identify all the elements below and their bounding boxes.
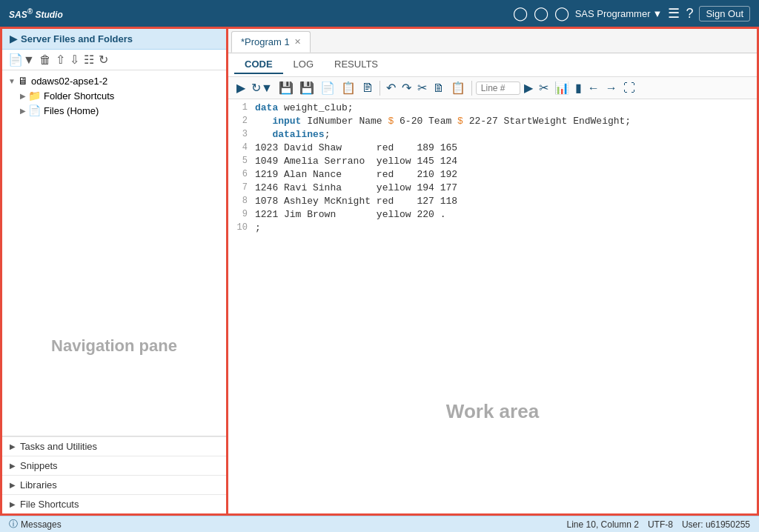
line-content-6: 1219 Alan Nance red 210 192 (255, 169, 457, 180)
download-button[interactable]: ⇩ (70, 53, 79, 67)
undo-icon[interactable]: ↶ (384, 79, 398, 96)
expand-arrow-icon: ▶ (10, 500, 16, 508)
refresh-button[interactable]: ↻ (99, 53, 108, 67)
scissor2-icon[interactable]: ✂ (537, 79, 551, 96)
code-line-5: 5 1049 Amelia Serrano yellow 145 124 (228, 156, 757, 169)
tasks-utilities-label: Tasks and Utilities (20, 441, 97, 452)
file-shortcuts-label: File Shortcuts (20, 499, 79, 510)
code-tabs-bar: CODE LOG RESULTS (228, 53, 757, 77)
folder-shortcuts-label: Folder Shortcuts (44, 90, 114, 102)
snippets-label: Snippets (20, 460, 58, 471)
line-content-8: 1078 Ashley McKnight red 127 118 (255, 196, 457, 207)
tab-bar: *Program 1 ✕ (228, 29, 757, 53)
code-line-6: 6 1219 Alan Nance red 210 192 (228, 169, 757, 182)
file-shortcuts-item[interactable]: ▶ File Shortcuts (2, 494, 226, 513)
line-number-input[interactable] (476, 82, 520, 95)
folder-shortcuts-node[interactable]: ▶ 📁 Folder Shortcuts (2, 88, 226, 103)
new-file-button[interactable]: 📄▼ (8, 53, 35, 67)
libraries-item[interactable]: ▶ Libraries (2, 475, 226, 494)
tab-results[interactable]: RESULTS (324, 56, 388, 74)
copy2-icon[interactable]: 🗎 (431, 80, 447, 96)
line-content-4: 1023 David Shaw red 189 165 (255, 142, 457, 153)
copy-icon[interactable]: 🖹 (359, 80, 376, 96)
left-bottom-section: ▶ Tasks and Utilities ▶ Snippets ▶ Libra… (2, 436, 226, 513)
left-panel-title: Server Files and Folders (21, 33, 133, 44)
user-icon[interactable]: ◯ (534, 5, 548, 21)
nav-watermark: Navigation pane (2, 256, 226, 436)
stop-icon[interactable]: ▮ (573, 79, 584, 96)
app-name-sas: SAS® Studio (9, 10, 63, 20)
delete-button[interactable]: 🗑 (39, 53, 51, 67)
line-num-2: 2 (228, 116, 255, 126)
server-icon: 🖥 (18, 75, 28, 87)
toolbar-sep (380, 81, 380, 96)
line-num-6: 6 (228, 169, 255, 179)
main-layout: ▶ Server Files and Folders 📄▼ 🗑 ⇧ ⇩ ☷ ↻ … (0, 27, 759, 516)
line-content-1: data weight_club; (255, 102, 354, 113)
paste-icon[interactable]: 📋 (448, 79, 468, 96)
program1-tab[interactable]: *Program 1 ✕ (231, 31, 311, 53)
expand-icon[interactable]: ⛶ (621, 80, 637, 96)
menu-icon[interactable]: ☰ (668, 5, 680, 21)
line-num-7: 7 (228, 182, 255, 193)
app-title: SAS® Studio (9, 7, 63, 20)
code-line-2: 2 input IdNumber Name $ 6-20 Team $ 22-2… (228, 116, 757, 129)
profile-arrow-icon: ▼ (653, 8, 663, 19)
question-icon[interactable]: ? (686, 6, 693, 21)
save-icon[interactable]: 💾 (276, 79, 296, 96)
left-panel: ▶ Server Files and Folders 📄▼ 🗑 ⇧ ⇩ ☷ ↻ … (0, 29, 228, 513)
code-line-9: 9 1221 Jim Brown yellow 220 . (228, 209, 757, 222)
encoding-label: UTF-8 (648, 519, 673, 530)
topbar-right: ◯ ◯ ◯ SAS Programmer ▼ ☰ ? Sign Out (513, 5, 750, 21)
globe-icon[interactable]: ◯ (554, 5, 569, 21)
line-content-10: ; (255, 222, 261, 233)
profile-label: SAS Programmer (575, 8, 651, 19)
redo-icon[interactable]: ↷ (400, 79, 414, 96)
tab-code[interactable]: CODE (234, 56, 283, 74)
tab-close-icon[interactable]: ✕ (294, 37, 301, 47)
code-line-7: 7 1246 Ravi Sinha yellow 194 177 (228, 182, 757, 196)
server-files-icon: ▶ (10, 33, 17, 44)
tab-log[interactable]: LOG (283, 56, 324, 74)
info-icon: ⓘ (9, 518, 18, 531)
arrow-left-icon[interactable]: ← (586, 80, 602, 96)
scissors-icon[interactable]: ✂ (415, 79, 429, 96)
chart-icon[interactable]: 📊 (552, 79, 571, 96)
code-toolbar: ▶ ↻▼ 💾 💾 📄 📋 🖹 ↶ ↷ ✂ 🗎 📋 ▶ ✂ 📊 ▮ ← → ⛶ (228, 77, 757, 99)
work-watermark: Work area (228, 310, 757, 514)
expand-arrow-icon: ▶ (10, 442, 16, 450)
folder-icon: 📁 (28, 90, 41, 102)
line-content-2: input IdNumber Name $ 6-20 Team $ 22-27 … (255, 116, 631, 127)
left-panel-toolbar: 📄▼ 🗑 ⇧ ⇩ ☷ ↻ (2, 50, 226, 70)
save-as-icon[interactable]: 💾 (297, 79, 316, 96)
tree-expand-arrow: ▶ (20, 92, 26, 100)
topbar: SAS® Studio ◯ ◯ ◯ SAS Programmer ▼ ☰ ? S… (0, 0, 759, 27)
tasks-utilities-item[interactable]: ▶ Tasks and Utilities (2, 436, 226, 456)
program1-tab-label: *Program 1 (241, 36, 290, 47)
server-tree-node[interactable]: ▼ 🖥 odaws02-apse1-2 (2, 73, 226, 88)
arrow-right-icon[interactable]: → (603, 80, 620, 96)
left-panel-header: ▶ Server Files and Folders (2, 29, 226, 50)
code-line-8: 8 1078 Ashley McKnight red 127 118 (228, 196, 757, 209)
user-label: User: u61950255 (682, 519, 750, 530)
libraries-label: Libraries (20, 479, 57, 491)
profile-menu[interactable]: SAS Programmer ▼ (575, 8, 663, 19)
code-line-1: 1 data weight_club; (228, 102, 757, 116)
undo-history-icon[interactable]: ↻▼ (249, 79, 275, 96)
snippets-item[interactable]: ▶ Snippets (2, 456, 226, 475)
expand-arrow-icon: ▶ (10, 462, 16, 470)
files-home-node[interactable]: ▶ 📄 Files (Home) (2, 103, 226, 118)
line-num-1: 1 (228, 102, 255, 113)
run-icon[interactable]: ▶ (234, 79, 248, 96)
signout-button[interactable]: Sign Out (699, 6, 750, 21)
line-num-9: 9 (228, 209, 255, 219)
import-icon[interactable]: 📋 (339, 79, 358, 96)
grid-button[interactable]: ☷ (84, 53, 94, 67)
play-circle-icon[interactable]: ▶ (522, 79, 535, 96)
help-circle-icon[interactable]: ◯ (513, 5, 528, 21)
print-icon[interactable]: 📄 (318, 79, 337, 96)
upload-button[interactable]: ⇧ (56, 53, 65, 67)
line-content-3: datalines; (255, 129, 330, 140)
code-editor[interactable]: 1 data weight_club; 2 input IdNumber Nam… (228, 99, 757, 310)
line-num-3: 3 (228, 129, 255, 139)
